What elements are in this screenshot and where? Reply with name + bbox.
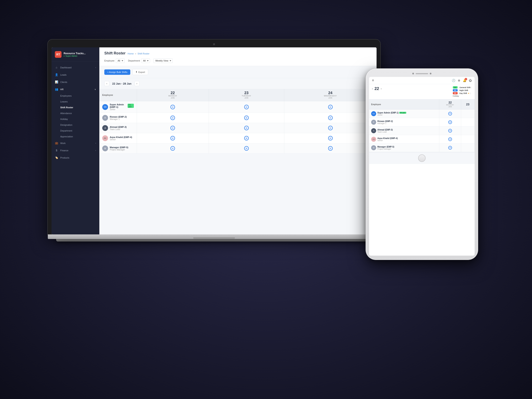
shift-emp5-day22[interactable]: + xyxy=(137,143,209,154)
cal-next-button[interactable]: › xyxy=(134,81,139,86)
phone-shift-3-d23[interactable] xyxy=(461,127,475,135)
phone-emp-cell-1: SA Super Admin (EMP-1) It's you Junior xyxy=(369,109,439,118)
sidebar-item-attendance[interactable]: Attendance xyxy=(51,110,99,116)
shift-emp3-day23[interactable]: + xyxy=(209,123,284,133)
add-shift-btn[interactable]: + xyxy=(328,105,333,109)
add-shift-btn[interactable]: + xyxy=(244,115,249,120)
sidebar-item-leads[interactable]: 👤 Leads xyxy=(51,71,99,78)
phone-avatar-2: R xyxy=(371,120,376,125)
page-title: Shift Roster xyxy=(104,51,126,56)
phone-add-btn[interactable]: + xyxy=(448,129,452,133)
phone-add-btn[interactable]: + xyxy=(448,120,452,124)
shift-emp2-day23[interactable]: + xyxy=(209,113,284,123)
filter-department-select[interactable]: All xyxy=(141,58,150,63)
breadcrumb-home[interactable]: Home xyxy=(128,52,134,55)
brand-info: Resource Tracks... Super Admin xyxy=(63,52,86,57)
sidebar-item-holiday[interactable]: Holiday xyxy=(51,116,99,122)
sidebar-item-clients[interactable]: 📊 Clients xyxy=(51,78,99,86)
sidebar-item-hr[interactable]: 👥 HR ∨ xyxy=(51,86,99,93)
filter-view-select[interactable]: Weekly View xyxy=(153,58,173,63)
emp-name-3: Ahmad (EMP-3) xyxy=(110,126,127,128)
ns-badge: NS xyxy=(453,89,458,91)
hr-arrow: ∨ xyxy=(95,88,96,90)
shift-emp4-day23[interactable]: + xyxy=(209,133,284,143)
add-shift-btn[interactable]: + xyxy=(171,105,175,109)
power-icon[interactable]: ⏻ xyxy=(469,79,472,82)
sidebar-item-products[interactable]: 🏷️ Products xyxy=(51,154,99,161)
shift-emp3-day22[interactable]: + xyxy=(137,123,209,133)
laptop-foot xyxy=(56,239,372,241)
export-button[interactable]: ⬆ Export xyxy=(132,69,148,75)
work-icon: 💼 xyxy=(55,141,58,145)
phone-emp-info-3: Ahmad (EMP-3) Team Lead xyxy=(377,129,393,133)
bell-icon[interactable]: 🔔 1 xyxy=(463,79,466,82)
assign-bulk-shifts-button[interactable]: + Assign Bulk Shifts xyxy=(104,70,130,75)
shift-emp2-day22[interactable]: + xyxy=(137,113,209,123)
phone-add-btn[interactable]: + xyxy=(448,112,452,115)
sidebar-item-finance[interactable]: $ Finance › xyxy=(51,147,99,154)
page-header: Shift Roster Home » Shift Roster Employe… xyxy=(99,47,377,66)
sidebar-item-designation[interactable]: Designation xyxy=(51,122,99,128)
shift-emp1-day23[interactable]: + xyxy=(209,101,284,113)
sidebar-item-dashboard[interactable]: ⌂ Dashboard › xyxy=(51,64,99,71)
phone-emp-name-5: Manager (EMP-5) xyxy=(377,146,394,148)
add-shift-btn[interactable]: + xyxy=(244,105,249,109)
clock-icon[interactable]: 🕐 xyxy=(452,79,455,82)
cal-prev-button[interactable]: ‹ xyxy=(104,81,109,86)
phone-emp-title-3: Team Lead xyxy=(377,131,393,133)
gs-separator: | xyxy=(471,86,472,89)
shift-emp2-day24[interactable]: + xyxy=(284,113,377,123)
laptop-base xyxy=(48,234,380,239)
emp-info-1: Super Admin (EMP-1) It's you Junior xyxy=(110,103,134,111)
phone-cal-prev[interactable]: ‹ xyxy=(372,87,373,90)
phone-shift-5-d23[interactable] xyxy=(461,144,475,152)
filter-employee-label: Employee xyxy=(104,59,114,62)
emp-cell-4: AK Aqsa Khalid (EMP-4) Senior xyxy=(99,133,137,143)
col-day-24: 24 WEDNESDAYJAN xyxy=(284,89,377,101)
shift-emp5-day23[interactable]: + xyxy=(209,143,284,154)
phone-home-button[interactable] xyxy=(418,154,426,162)
plus-icon[interactable]: ⊕ xyxy=(458,79,460,82)
sidebar-item-appreciation[interactable]: Appreciation xyxy=(51,134,99,139)
phone-add-btn[interactable]: + xyxy=(448,137,452,141)
legend-holiday: Holiday xyxy=(453,95,472,97)
laptop-screen: RT Resource Tracks... Super Admin ⌂ Dash… xyxy=(51,47,377,234)
shift-emp5-day24[interactable]: + xyxy=(284,143,377,154)
add-shift-btn[interactable]: + xyxy=(171,126,175,130)
add-shift-btn[interactable]: + xyxy=(244,136,249,140)
phone-shift-4-d22[interactable]: + xyxy=(439,135,461,144)
sidebar-item-leaves[interactable]: Leaves xyxy=(51,99,99,105)
phone-shift-4-d23[interactable] xyxy=(461,135,475,144)
shift-emp1-day22[interactable]: + xyxy=(137,101,209,113)
shift-emp3-day24[interactable]: + xyxy=(284,123,377,133)
add-shift-btn[interactable]: + xyxy=(244,126,249,130)
shift-emp4-day24[interactable]: + xyxy=(284,133,377,143)
phone-shift-3-d22[interactable]: + xyxy=(439,127,461,135)
phone-shift-2-d23[interactable] xyxy=(461,118,475,127)
add-shift-btn[interactable]: + xyxy=(328,115,333,120)
shift-emp1-day24[interactable]: + xyxy=(284,101,377,113)
add-shift-btn[interactable]: + xyxy=(171,136,175,140)
phone-table-row: M Manager (EMP-5) Project Manager + xyxy=(369,144,475,152)
add-shift-btn[interactable]: + xyxy=(171,115,175,120)
add-shift-btn[interactable]: + xyxy=(328,136,333,140)
day-23-num: 23 xyxy=(212,91,281,95)
add-shift-btn[interactable]: + xyxy=(244,146,249,151)
sidebar-item-work[interactable]: 💼 Work › xyxy=(51,139,99,147)
add-shift-btn[interactable]: + xyxy=(328,126,333,130)
phone-cal-next[interactable]: › xyxy=(381,87,381,90)
phone-shift-1-d23[interactable] xyxy=(461,109,475,118)
sidebar: RT Resource Tracks... Super Admin ⌂ Dash… xyxy=(51,47,99,234)
add-shift-btn[interactable]: + xyxy=(328,146,333,151)
phone-add-btn[interactable]: + xyxy=(448,146,452,150)
sidebar-item-department[interactable]: Department xyxy=(51,128,99,134)
hamburger-icon[interactable]: ≡ xyxy=(372,79,374,82)
phone-shift-1-d22[interactable]: + xyxy=(439,109,461,118)
phone-shift-2-d22[interactable]: + xyxy=(439,118,461,127)
filter-employee-select[interactable]: All xyxy=(116,58,125,63)
phone-shift-5-d22[interactable]: + xyxy=(439,144,461,152)
sidebar-item-shift-roster[interactable]: Shift Roster xyxy=(51,105,99,110)
sidebar-item-employees[interactable]: Employees xyxy=(51,93,99,99)
add-shift-btn[interactable]: + xyxy=(171,146,175,151)
shift-emp4-day22[interactable]: + xyxy=(137,133,209,143)
